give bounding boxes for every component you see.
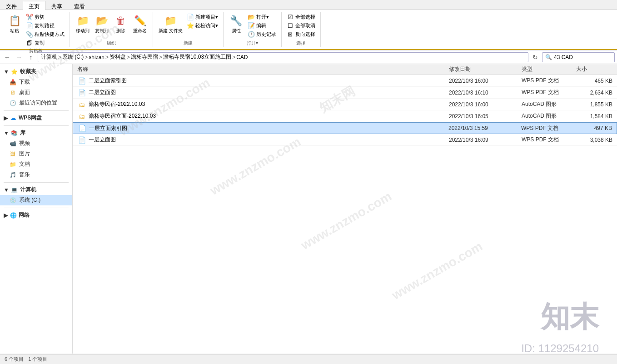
documents-icon: 📁 <box>9 161 16 168</box>
copy-label: 复制 <box>35 40 45 46</box>
cut-button[interactable]: ✂️ 剪切 <box>25 13 66 21</box>
file-list: 名称 修改日期 类型 大小 📄 二层立面索引图 2022/10/3 16:00 … <box>73 64 617 354</box>
search-input[interactable] <box>554 54 608 60</box>
sidebar-header-library[interactable]: ▼ 📚 库 <box>0 128 72 138</box>
up-button[interactable]: ↑ <box>26 52 36 62</box>
file-date-6: 2022/10/3 16:09 <box>449 137 522 143</box>
sidebar-header-computer[interactable]: ▼ 💻 计算机 <box>0 184 72 195</box>
col-header-name[interactable]: 名称 <box>77 65 449 73</box>
col-header-date[interactable]: 修改日期 <box>449 65 522 73</box>
file-row-2[interactable]: 📄 二层立面图 2022/10/3 16:10 WPS PDF 文档 2,634… <box>73 87 617 99</box>
copy-to-icon: 📂 <box>95 14 109 28</box>
file-name-2: 📄 二层立面图 <box>77 88 449 97</box>
new-item-button[interactable]: 📄 新建项目▾ <box>185 13 219 21</box>
copy-path-label: 复制路径 <box>35 22 55 29</box>
path-segment-ziliao[interactable]: 资料盘 <box>109 53 126 61</box>
rename-button[interactable]: ✏️ 重命名 <box>131 13 149 35</box>
file-row-3[interactable]: 🗂 澹柘寺民宿-2022.10.03 2022/10/3 16:00 AutoC… <box>73 99 617 110</box>
properties-icon: 🔧 <box>229 14 244 28</box>
tab-home[interactable]: 主页 <box>23 1 45 10</box>
copy-button[interactable]: 🗐 复制 <box>25 39 66 47</box>
delete-button[interactable]: 🗑 删除 <box>112 13 130 35</box>
sidebar-item-music[interactable]: 🎵 音乐 <box>0 170 72 180</box>
wps-label: WPS网盘 <box>19 114 42 122</box>
delete-label: 删除 <box>116 28 125 34</box>
sidebar-item-pictures[interactable]: 🖼 图片 <box>0 149 72 159</box>
path-segment-cad[interactable]: CAD <box>236 54 248 60</box>
path-segment-computer[interactable]: 计算机 <box>41 53 57 61</box>
sidebar-item-desktop[interactable]: 🖥 桌面 <box>0 87 72 98</box>
sidebar-section-favorites: ▼ ⭐ 收藏夹 📥 下载 🖥 桌面 🕐 最近访问的位置 <box>0 66 72 108</box>
history-button[interactable]: 🕐 历史记录 <box>246 30 278 38</box>
pdf-icon-1: 📄 <box>77 76 86 85</box>
paste-icon: 📋 <box>7 14 22 28</box>
tab-file[interactable]: 文件 <box>0 1 23 10</box>
refresh-button[interactable]: ↻ <box>530 52 540 62</box>
easy-access-icon: ⭐ <box>187 22 194 29</box>
copy-to-button[interactable]: 📂 复制到 <box>93 13 111 35</box>
library-label: 库 <box>20 129 25 137</box>
sidebar-item-system-c[interactable]: 💿 系统 (C:) <box>0 195 72 205</box>
path-segment-shizan[interactable]: shizan <box>89 54 104 60</box>
file-name-1: 📄 二层立面索引图 <box>77 76 449 85</box>
new-folder-button[interactable]: 📁 新建 文件夹 <box>157 13 184 35</box>
address-path[interactable]: 计算机 > 系统 (C:) > shizan > 资料盘 > 澹柘寺民宿 > 澹… <box>38 52 528 62</box>
path-segment-c[interactable]: 系统 (C:) <box>62 53 84 61</box>
invert-button[interactable]: ⊠ 反向选择 <box>285 30 317 38</box>
sidebar-header-favorites[interactable]: ▼ ⭐ 收藏夹 <box>0 66 72 77</box>
move-icon: 📁 <box>75 14 90 28</box>
file-size-3: 1,855 KB <box>576 101 612 108</box>
new-folder-icon: 📁 <box>163 14 178 28</box>
file-row-5[interactable]: 📄 一层立面索引图 2022/10/3 15:59 WPS PDF 文档 497… <box>73 122 617 134</box>
open-button[interactable]: 📂 打开▾ <box>246 13 278 21</box>
path-segment-construction[interactable]: 澹柘寺民宿10.03立面施工图 <box>163 53 231 61</box>
path-segment-danzhesi[interactable]: 澹柘寺民宿 <box>131 53 158 61</box>
tab-share[interactable]: 共享 <box>45 1 68 10</box>
move-to-button[interactable]: 📁 移动到 <box>74 13 92 35</box>
tab-view[interactable]: 查看 <box>68 1 91 10</box>
forward-button[interactable]: → <box>14 52 24 62</box>
deselect-button[interactable]: ☐ 全部取消 <box>285 21 317 30</box>
copy-path-button[interactable]: 📄 复制路径 <box>25 21 66 30</box>
easy-access-button[interactable]: ⭐ 轻松访问▾ <box>185 21 219 30</box>
delete-icon: 🗑 <box>114 14 128 28</box>
music-icon: 🎵 <box>9 171 16 179</box>
autocad-icon-3: 🗂 <box>77 100 86 109</box>
paste-shortcut-button[interactable]: 📎 粘贴快捷方式 <box>25 30 66 38</box>
search-box: 🔍 <box>542 52 615 62</box>
properties-button[interactable]: 🔧 属性 <box>227 13 245 35</box>
file-type-1: WPS PDF 文档 <box>522 77 576 85</box>
sidebar-item-downloads[interactable]: 📥 下载 <box>0 77 72 87</box>
edit-button[interactable]: 📝 编辑 <box>246 21 278 30</box>
sidebar-header-wps[interactable]: ▶ ☁ WPS网盘 <box>0 113 72 123</box>
select-all-button[interactable]: ☑ 全部选择 <box>285 13 317 21</box>
select-all-label: 全部选择 <box>295 14 315 20</box>
file-name-3: 🗂 澹柘寺民宿-2022.10.03 <box>77 100 449 109</box>
rename-icon: ✏️ <box>133 14 147 28</box>
history-icon: 🕐 <box>248 30 255 38</box>
sidebar-header-network[interactable]: ▶ 🌐 网络 <box>0 210 72 220</box>
wps-expand-icon: ▶ <box>4 115 8 121</box>
favorites-label: 收藏夹 <box>20 68 36 75</box>
downloads-label: 下载 <box>19 78 30 86</box>
desktop-label: 桌面 <box>19 89 30 96</box>
col-header-size[interactable]: 大小 <box>576 65 612 73</box>
sidebar-item-recent[interactable]: 🕐 最近访问的位置 <box>0 98 72 108</box>
sidebar-section-computer: ▼ 💻 计算机 💿 系统 (C:) <box>0 184 72 205</box>
file-row-1[interactable]: 📄 二层立面索引图 2022/10/3 16:00 WPS PDF 文档 465… <box>73 75 617 87</box>
file-type-4: AutoCAD 图形 <box>522 112 576 120</box>
easy-access-label: 轻松访问▾ <box>195 22 218 29</box>
paste-label: 粘贴 <box>10 28 19 34</box>
wps-icon: ☁ <box>10 115 17 122</box>
sidebar-item-video[interactable]: 📹 视频 <box>0 138 72 149</box>
edit-label: 编辑 <box>256 22 266 29</box>
select-group-title: 选择 <box>296 39 305 46</box>
back-button[interactable]: ← <box>2 52 12 62</box>
col-header-type[interactable]: 类型 <box>522 65 576 73</box>
paste-button[interactable]: 📋 粘贴 <box>5 13 24 35</box>
paste-shortcut-label: 粘贴快捷方式 <box>35 31 65 38</box>
file-row-4[interactable]: 🗂 澹柘寺民宿立面-2022.10.03 2022/10/3 16:05 Aut… <box>73 110 617 122</box>
sidebar-item-documents[interactable]: 📁 文档 <box>0 159 72 170</box>
file-row-6[interactable]: 📄 一层立面图 2022/10/3 16:09 WPS PDF 文档 3,038… <box>73 134 617 146</box>
new-item-icon: 📄 <box>187 13 194 20</box>
